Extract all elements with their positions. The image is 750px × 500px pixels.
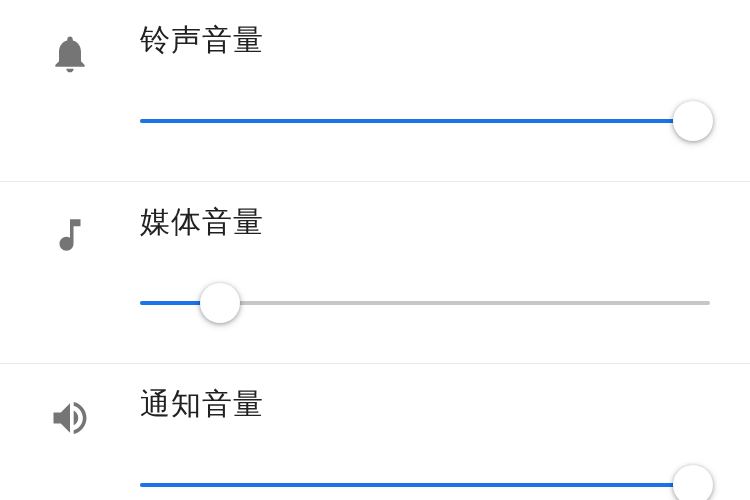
- ringtone-label: 铃声音量: [140, 20, 710, 61]
- volume-settings-list: 铃声音量 媒体音量: [0, 0, 750, 500]
- icon-container: [0, 384, 140, 440]
- media-slider[interactable]: [140, 283, 710, 323]
- slider-fill: [140, 119, 693, 123]
- music-note-icon: [49, 214, 91, 256]
- icon-container: [0, 20, 140, 76]
- speaker-icon: [48, 396, 92, 440]
- ringtone-volume-row: 铃声音量: [0, 0, 750, 182]
- media-content: 媒体音量: [140, 202, 750, 323]
- notification-slider[interactable]: [140, 465, 710, 500]
- slider-thumb[interactable]: [673, 465, 713, 500]
- notification-label: 通知音量: [140, 384, 710, 425]
- notification-volume-row: 通知音量: [0, 364, 750, 500]
- icon-container: [0, 202, 140, 256]
- ringtone-content: 铃声音量: [140, 20, 750, 141]
- media-volume-row: 媒体音量: [0, 182, 750, 364]
- slider-thumb[interactable]: [673, 101, 713, 141]
- ringtone-slider[interactable]: [140, 101, 710, 141]
- slider-thumb[interactable]: [200, 283, 240, 323]
- slider-fill: [140, 483, 693, 487]
- media-label: 媒体音量: [140, 202, 710, 243]
- notification-content: 通知音量: [140, 384, 750, 500]
- bell-icon: [48, 32, 92, 76]
